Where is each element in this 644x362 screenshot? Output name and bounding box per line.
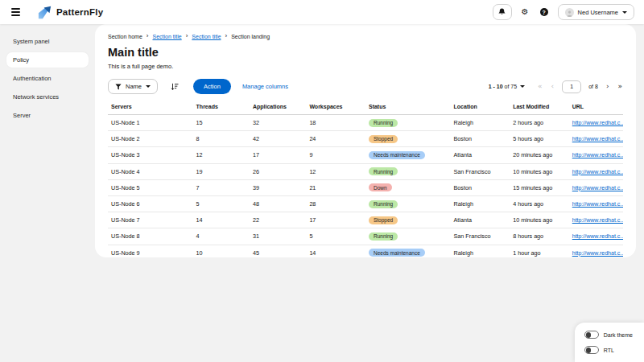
dark-theme-toggle[interactable]: [584, 331, 599, 339]
column-header-last-modified: Last Modified: [510, 100, 569, 115]
breadcrumb-separator-icon: ›: [186, 33, 188, 39]
cell-servers: US-Node 2: [108, 131, 193, 147]
cell-location: San Francisco: [451, 228, 510, 245]
cell-servers: US-Node 1: [108, 115, 193, 131]
theme-switch-panel: Dark theme RTL: [575, 323, 644, 362]
cell-status: Running: [365, 163, 451, 179]
filter-icon: [115, 84, 122, 90]
last-page-button[interactable]: »: [617, 83, 623, 90]
brand-name: PatternFly: [56, 7, 103, 17]
row-url-link[interactable]: http://www.redhat.c...: [572, 185, 623, 191]
pagination-top: 1 - 10 of 75 « ‹ of 8 › »: [489, 80, 623, 93]
breadcrumb-separator-icon: ›: [147, 33, 149, 39]
hamburger-menu-icon[interactable]: [8, 5, 23, 19]
table-row: US-Node 1153218RunningRaleigh2 hours ago…: [108, 115, 623, 131]
sort-icon: [171, 83, 179, 91]
notifications-button[interactable]: [493, 4, 512, 20]
page-title: Main title: [108, 46, 623, 59]
table-row: US-Node 312179Needs maintenanceAtlanta20…: [108, 147, 623, 163]
filter-label: Name: [126, 83, 142, 90]
status-badge: Down: [369, 183, 392, 191]
current-page-input[interactable]: [562, 80, 581, 93]
cell-workspaces: 12: [306, 163, 365, 179]
cell-location: Boston: [451, 131, 510, 147]
cell-servers: US-Node 9: [108, 245, 193, 257]
manage-columns-link[interactable]: Manage columns: [242, 83, 288, 90]
cell-servers: US-Node 7: [108, 212, 193, 228]
cell-last-modified: 8 hours ago: [510, 228, 569, 245]
cell-status: Running: [365, 228, 451, 245]
row-url-link[interactable]: http://www.redhat.c...: [572, 169, 623, 175]
table-row: US-Node 573921DownBoston15 minutes agoht…: [108, 179, 623, 195]
status-badge: Needs maintenance: [369, 151, 425, 159]
cell-workspaces: 14: [306, 245, 365, 257]
user-name: Ned Username: [578, 9, 618, 16]
previous-page-button[interactable]: ‹: [551, 83, 555, 90]
brand-logo[interactable]: PatternFly: [38, 6, 103, 19]
column-header-servers: Servers: [108, 100, 193, 115]
status-badge: Stopped: [369, 135, 398, 143]
sidebar-item-authentication[interactable]: Authentication: [6, 71, 89, 86]
breadcrumb-item[interactable]: Section title: [192, 34, 221, 39]
cell-applications: 31: [250, 228, 306, 245]
cell-last-modified: 1 hour ago: [510, 245, 569, 257]
patternfly-logo-icon: [38, 6, 52, 19]
row-url-link[interactable]: http://www.redhat.c...: [572, 201, 623, 207]
breadcrumb-separator-icon: ›: [225, 33, 228, 39]
row-url-link[interactable]: http://www.redhat.c...: [572, 120, 623, 125]
settings-button[interactable]: ⚙: [520, 6, 530, 18]
row-url-link[interactable]: http://www.redhat.c...: [572, 152, 623, 158]
status-badge: Running: [369, 167, 398, 175]
cell-url: http://www.redhat.c...: [569, 228, 623, 245]
row-url-link[interactable]: http://www.redhat.c...: [572, 136, 623, 142]
masthead: PatternFly ⚙ ? Ned Username: [0, 0, 644, 24]
row-url-link[interactable]: http://www.redhat.c...: [572, 250, 623, 256]
cell-applications: 48: [250, 195, 306, 212]
cell-url: http://www.redhat.c...: [569, 179, 623, 195]
breadcrumb-item[interactable]: Section title: [152, 34, 181, 39]
cell-threads: 7: [193, 179, 250, 195]
cell-url: http://www.redhat.c...: [569, 131, 623, 147]
sort-button[interactable]: [169, 81, 180, 93]
bell-icon: [498, 8, 506, 16]
page-card: Section home›Section title›Section title…: [95, 24, 636, 257]
column-header-workspaces: Workspaces: [306, 100, 365, 115]
cell-location: Boston: [451, 179, 510, 195]
cell-url: http://www.redhat.c...: [569, 163, 623, 179]
cell-last-modified: 20 minutes ago: [510, 147, 569, 163]
main-content: Section home›Section title›Section title…: [95, 24, 644, 362]
cell-location: Atlanta: [451, 147, 510, 163]
cell-workspaces: 9: [306, 147, 365, 163]
table-row: US-Node 7142217StoppedAtlanta10 minutes …: [108, 212, 623, 228]
pagination-summary[interactable]: 1 - 10 of 75: [489, 84, 525, 89]
table-header-row: ServersThreadsApplicationsWorkspacesStat…: [108, 100, 623, 115]
cell-status: Needs maintenance: [365, 147, 451, 163]
help-button[interactable]: ?: [539, 6, 550, 18]
cell-location: Atlanta: [451, 212, 510, 228]
cell-threads: 4: [193, 228, 250, 245]
cell-location: Raleigh: [451, 115, 510, 131]
sidebar-item-system-panel[interactable]: System panel: [6, 34, 89, 49]
pagination-range: 1 - 10: [489, 84, 503, 89]
sidebar-item-network-services[interactable]: Network services: [6, 89, 89, 105]
next-page-button[interactable]: ›: [605, 83, 610, 90]
sidebar-item-server[interactable]: Server: [6, 108, 89, 123]
cell-threads: 14: [193, 212, 250, 228]
row-url-link[interactable]: http://www.redhat.c...: [572, 217, 623, 223]
cell-status: Stopped: [365, 131, 451, 147]
cell-threads: 19: [193, 163, 250, 179]
cell-last-modified: 10 minutes ago: [510, 163, 569, 179]
filter-dropdown-button[interactable]: Name: [108, 79, 158, 94]
first-page-button[interactable]: «: [537, 83, 543, 90]
user-menu-button[interactable]: Ned Username: [558, 4, 634, 20]
action-button[interactable]: Action: [193, 79, 231, 94]
cell-status: Running: [365, 195, 451, 212]
rtl-toggle[interactable]: [584, 346, 599, 354]
cell-applications: 26: [250, 163, 306, 179]
status-badge: Needs maintenance: [369, 249, 425, 257]
row-url-link[interactable]: http://www.redhat.c...: [572, 233, 623, 239]
sidebar-item-policy[interactable]: Policy: [6, 52, 89, 68]
cell-workspaces: 18: [306, 115, 365, 131]
cell-workspaces: 17: [306, 212, 365, 228]
avatar: [565, 8, 574, 17]
